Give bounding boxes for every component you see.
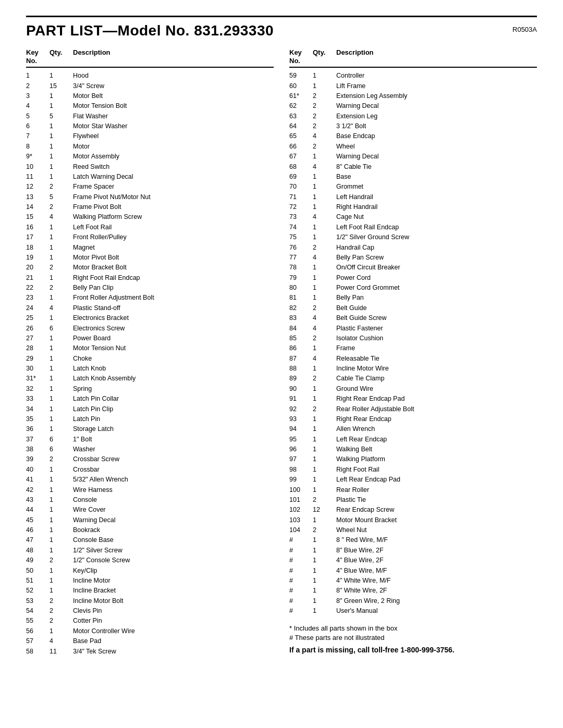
table-row: 39 2 Crossbar Screw bbox=[26, 454, 274, 464]
part-key-no: 22 bbox=[26, 283, 50, 293]
part-qty: 1 bbox=[313, 435, 336, 445]
table-row: 22 2 Belly Pan Clip bbox=[26, 283, 274, 293]
part-desc: 5/32" Allen Wrench bbox=[73, 475, 274, 485]
table-row: 34 1 Latch Pin Clip bbox=[26, 404, 274, 414]
table-row: 58 11 3/4" Tek Screw bbox=[26, 647, 274, 657]
part-qty: 2 bbox=[313, 112, 336, 121]
part-qty: 1 bbox=[313, 414, 336, 424]
part-qty: 2 bbox=[50, 263, 73, 273]
part-key-no: 58 bbox=[26, 647, 50, 657]
table-row: 31* 1 Latch Knob Assembly bbox=[26, 374, 274, 384]
part-key-no: 12 bbox=[26, 182, 50, 192]
part-key-no: 76 bbox=[289, 243, 313, 253]
part-key-no: 74 bbox=[289, 223, 313, 232]
part-key-no: 45 bbox=[26, 515, 50, 525]
part-desc: Washer bbox=[73, 445, 274, 454]
table-row: 2 15 3/4" Screw bbox=[26, 81, 274, 91]
part-desc: Base Endcap bbox=[336, 131, 537, 141]
part-desc: Right Foot Rail bbox=[336, 465, 537, 475]
table-row: # 1 4" Blue Wire, M/F bbox=[289, 566, 537, 576]
part-key-no: 87 bbox=[289, 354, 313, 364]
part-desc: Incline Bracket bbox=[73, 586, 274, 596]
part-key-no: 91 bbox=[289, 394, 313, 404]
part-qty: 1 bbox=[313, 384, 336, 394]
part-qty: 1 bbox=[313, 586, 336, 596]
part-qty: 1 bbox=[50, 293, 73, 303]
table-row: 36 1 Storage Latch bbox=[26, 424, 274, 434]
part-qty: 1 bbox=[50, 394, 73, 404]
part-desc: Left Handrail bbox=[336, 192, 537, 202]
table-row: 60 1 Lift Frame bbox=[289, 81, 537, 91]
table-row: 82 2 Belt Guide bbox=[289, 303, 537, 313]
table-row: 55 2 Cotter Pin bbox=[26, 616, 274, 626]
right-parts-list: 59 1 Controller 60 1 Lift Frame 61* 2 Ex… bbox=[289, 71, 537, 616]
table-row: 102 12 Rear Endcap Screw bbox=[289, 505, 537, 515]
part-key-no: # bbox=[289, 546, 313, 556]
part-qty: 1 bbox=[313, 535, 336, 545]
part-key-no: 52 bbox=[26, 586, 50, 596]
table-row: 7 1 Flywheel bbox=[26, 131, 274, 141]
part-desc: Right Rear Endcap Pad bbox=[336, 394, 537, 404]
part-key-no: 61* bbox=[289, 91, 313, 101]
table-row: # 1 8" Blue Wire, 2F bbox=[289, 546, 537, 556]
part-key-no: 34 bbox=[26, 404, 50, 414]
part-key-no: # bbox=[289, 596, 313, 606]
table-row: 83 4 Belt Guide Screw bbox=[289, 313, 537, 323]
left-col-header: KeyNo. Qty. Description bbox=[26, 48, 274, 68]
table-row: 49 2 1/2" Console Screw bbox=[26, 556, 274, 565]
part-desc: Allen Wrench bbox=[336, 424, 537, 434]
part-qty: 2 bbox=[50, 556, 73, 565]
part-desc: 3/4" Screw bbox=[73, 81, 274, 91]
part-key-no: 28 bbox=[26, 343, 50, 353]
part-desc: Plastic Tie bbox=[336, 495, 537, 505]
part-key-no: 84 bbox=[289, 324, 313, 334]
part-desc: Extension Leg Assembly bbox=[336, 91, 537, 101]
table-row: 104 2 Wheel Nut bbox=[289, 525, 537, 535]
table-row: 18 1 Magnet bbox=[26, 243, 274, 253]
model-code: R0503A bbox=[512, 26, 537, 33]
part-desc: 3/4" Tek Screw bbox=[73, 647, 274, 657]
part-qty: 1 bbox=[50, 414, 73, 424]
part-qty: 6 bbox=[50, 435, 73, 445]
part-qty: 4 bbox=[313, 253, 336, 263]
part-desc: 3 1/2" Bolt bbox=[336, 121, 537, 131]
part-key-no: 26 bbox=[26, 324, 50, 334]
part-qty: 1 bbox=[313, 596, 336, 606]
part-key-no: 80 bbox=[289, 283, 313, 293]
part-desc: Frame Pivot Bolt bbox=[73, 202, 274, 212]
part-key-no: 70 bbox=[289, 182, 313, 192]
part-qty: 1 bbox=[50, 91, 73, 101]
part-key-no: 98 bbox=[289, 465, 313, 475]
table-row: 86 1 Frame bbox=[289, 343, 537, 353]
table-row: # 1 8" White Wire, 2F bbox=[289, 586, 537, 596]
part-qty: 6 bbox=[50, 324, 73, 334]
table-row: 91 1 Right Rear Endcap Pad bbox=[289, 394, 537, 404]
part-desc: Cage Nut bbox=[336, 212, 537, 222]
part-desc: Power Board bbox=[73, 334, 274, 343]
table-row: 65 4 Base Endcap bbox=[289, 131, 537, 141]
part-desc: Latch Knob bbox=[73, 364, 274, 374]
part-key-no: 27 bbox=[26, 334, 50, 343]
part-key-no: 43 bbox=[26, 495, 50, 505]
table-row: 14 2 Frame Pivot Bolt bbox=[26, 202, 274, 212]
table-row: 100 1 Rear Roller bbox=[289, 485, 537, 495]
part-desc: Handrail Cap bbox=[336, 243, 537, 253]
part-qty: 1 bbox=[50, 495, 73, 505]
table-row: 40 1 Crossbar bbox=[26, 465, 274, 475]
part-desc: Walking Belt bbox=[336, 445, 537, 454]
part-desc: Console Base bbox=[73, 535, 274, 545]
part-key-no: 30 bbox=[26, 364, 50, 374]
part-desc: 1" Bolt bbox=[73, 435, 274, 445]
table-row: 103 1 Motor Mount Bracket bbox=[289, 515, 537, 525]
part-key-no: 21 bbox=[26, 273, 50, 283]
table-row: 84 4 Plastic Fastener bbox=[289, 324, 537, 334]
part-key-no: 2 bbox=[26, 81, 50, 91]
footer-note2: # These parts are not illustrated bbox=[289, 634, 537, 641]
part-key-no: 24 bbox=[26, 303, 50, 313]
part-desc: Rear Roller Adjustable Bolt bbox=[336, 404, 537, 414]
table-row: 81 1 Belly Pan bbox=[289, 293, 537, 303]
part-qty: 1 bbox=[50, 535, 73, 545]
part-desc: Electronics Bracket bbox=[73, 313, 274, 323]
part-desc: Lift Frame bbox=[336, 81, 537, 91]
part-key-no: 39 bbox=[26, 454, 50, 464]
